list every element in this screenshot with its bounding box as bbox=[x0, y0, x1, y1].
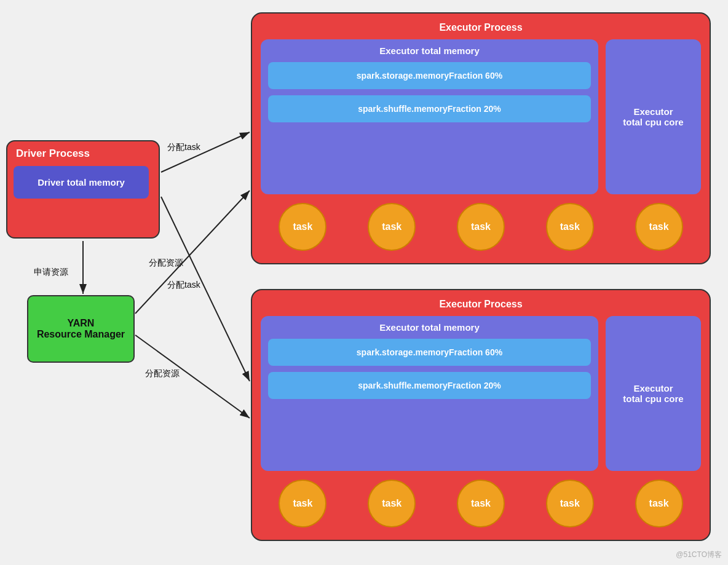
executor-process-bottom: Executor Process Executor total memory s… bbox=[251, 289, 711, 541]
task-label: task bbox=[649, 221, 669, 232]
executor-top-shuffle-fraction: spark.shuffle.memoryFraction 20% bbox=[268, 95, 591, 122]
executor-process-bottom-label: Executor Process bbox=[261, 299, 701, 310]
svg-text:分配task: 分配task bbox=[167, 142, 201, 152]
driver-total-memory-box: Driver total memory bbox=[14, 166, 149, 199]
executor-top-memory-box: Executor total memory spark.storage.memo… bbox=[261, 39, 598, 194]
task-circle: task bbox=[368, 480, 416, 527]
task-label: task bbox=[293, 498, 312, 509]
task-circle: task bbox=[546, 480, 594, 527]
task-circle: task bbox=[457, 203, 505, 251]
executor-top-cpu-label: Executortotal cpu core bbox=[623, 106, 683, 127]
svg-line-7 bbox=[161, 197, 250, 381]
task-circle: task bbox=[546, 203, 594, 251]
executor-bottom-content: Executor total memory spark.storage.memo… bbox=[261, 316, 701, 527]
executor-bottom-memory-box: Executor total memory spark.storage.memo… bbox=[261, 316, 598, 471]
executor-top-storage-fraction: spark.storage.memoryFraction 60% bbox=[268, 62, 591, 89]
svg-text:分配资源: 分配资源 bbox=[149, 258, 183, 267]
driver-process-box: Driver Process Driver total memory bbox=[6, 140, 160, 239]
task-label: task bbox=[382, 498, 402, 509]
yarn-label: YARNResource Manager bbox=[37, 318, 125, 340]
task-circle: task bbox=[457, 480, 505, 527]
executor-bottom-inner-row: Executor total memory spark.storage.memo… bbox=[261, 316, 701, 471]
task-label: task bbox=[560, 498, 580, 509]
executor-process-top-label: Executor Process bbox=[261, 22, 701, 33]
yarn-resource-manager-box: YARNResource Manager bbox=[27, 295, 135, 363]
executor-bottom-cpu-core: Executortotal cpu core bbox=[606, 316, 701, 471]
svg-text:申请资源: 申请资源 bbox=[34, 267, 68, 277]
executor-top-content: Executor total memory spark.storage.memo… bbox=[261, 39, 701, 251]
task-circle: task bbox=[279, 203, 326, 251]
task-label: task bbox=[293, 221, 312, 232]
executor-bottom-tasks-row: task task task task task bbox=[261, 480, 701, 527]
task-label: task bbox=[560, 221, 580, 232]
executor-bottom-cpu-label: Executortotal cpu core bbox=[623, 383, 683, 404]
executor-top-memory-label: Executor total memory bbox=[379, 45, 480, 56]
executor-top-tasks-row: task task task task task bbox=[261, 203, 701, 251]
executor-top-cpu-core: Executortotal cpu core bbox=[606, 39, 701, 194]
task-label: task bbox=[471, 498, 491, 509]
watermark: @51CTO博客 bbox=[676, 550, 722, 560]
task-circle: task bbox=[635, 203, 683, 251]
svg-line-9 bbox=[135, 335, 250, 418]
executor-bottom-shuffle-fraction: spark.shuffle.memoryFraction 20% bbox=[268, 372, 591, 399]
task-label: task bbox=[382, 221, 402, 232]
task-circle: task bbox=[368, 203, 416, 251]
svg-text:分配资源: 分配资源 bbox=[145, 368, 180, 378]
executor-top-inner-row: Executor total memory spark.storage.memo… bbox=[261, 39, 701, 194]
svg-line-3 bbox=[161, 132, 250, 172]
executor-bottom-memory-label: Executor total memory bbox=[379, 322, 480, 333]
task-label: task bbox=[471, 221, 491, 232]
diagram-container: Driver Process Driver total memory YARNR… bbox=[0, 0, 728, 565]
svg-text:分配task: 分配task bbox=[167, 280, 201, 290]
task-circle: task bbox=[635, 480, 683, 527]
task-label: task bbox=[649, 498, 669, 509]
executor-bottom-storage-fraction: spark.storage.memoryFraction 60% bbox=[268, 339, 591, 366]
driver-process-title: Driver Process bbox=[16, 148, 90, 160]
task-circle: task bbox=[279, 480, 326, 527]
executor-process-top: Executor Process Executor total memory s… bbox=[251, 12, 711, 264]
